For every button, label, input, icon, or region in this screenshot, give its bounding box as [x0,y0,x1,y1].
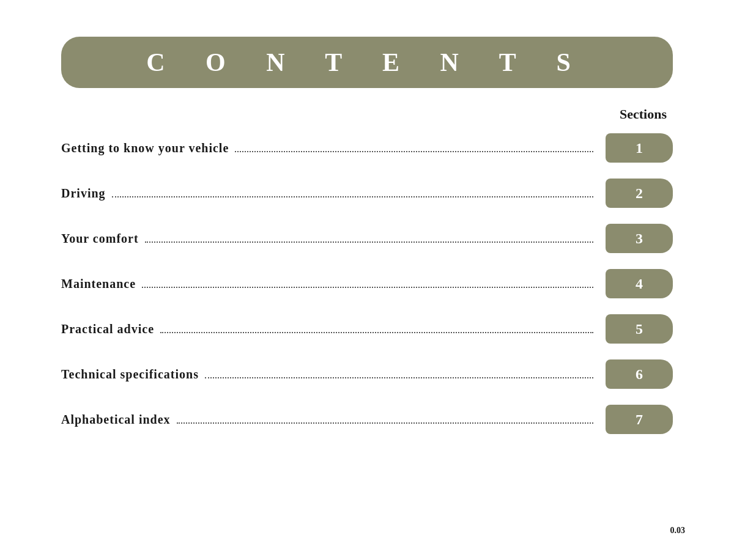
toc-dots [160,332,593,333]
toc-entry: Alphabetical index [61,413,606,427]
section-badge[interactable]: 5 [606,314,673,344]
section-badge[interactable]: 2 [606,179,673,208]
section-badge[interactable]: 4 [606,269,673,298]
toc-entry: Practical advice [61,322,606,336]
list-item: Alphabetical index 7 [61,400,673,439]
section-badge[interactable]: 6 [606,359,673,389]
toc-label: Getting to know your vehicle [61,141,229,155]
toc-entry: Driving [61,186,606,201]
list-item: Getting to know your vehicle 1 [61,128,673,168]
toc-label: Maintenance [61,277,136,291]
section-badge[interactable]: 7 [606,405,673,434]
toc-list: Getting to know your vehicle 1 Driving 2… [61,128,673,439]
contents-banner: C O N T E N T S [61,37,673,88]
toc-entry: Getting to know your vehicle [61,141,606,155]
toc-label: Your comfort [61,232,139,246]
toc-entry: Your comfort [61,232,606,246]
list-item: Maintenance 4 [61,264,673,303]
toc-label: Technical specifications [61,367,199,381]
toc-dots [177,422,593,424]
section-badge[interactable]: 1 [606,133,673,163]
toc-dots [142,287,593,288]
contents-title: C O N T E N T S [146,48,588,77]
list-item: Practical advice 5 [61,309,673,348]
toc-label: Alphabetical index [61,413,171,427]
toc-dots [112,196,593,197]
list-item: Driving 2 [61,174,673,213]
list-item: Technical specifications 6 [61,355,673,394]
toc-label: Practical advice [61,322,154,336]
toc-label: Driving [61,186,106,201]
list-item: Your comfort 3 [61,219,673,258]
page-container: C O N T E N T S Sections Getting to know… [0,0,734,560]
sections-label: Sections [49,106,685,122]
toc-entry: Maintenance [61,277,606,291]
toc-dots [205,377,593,378]
section-badge[interactable]: 3 [606,224,673,253]
toc-entry: Technical specifications [61,367,606,381]
page-number: 0.03 [670,526,686,536]
toc-dots [235,151,593,152]
toc-dots [145,241,593,243]
